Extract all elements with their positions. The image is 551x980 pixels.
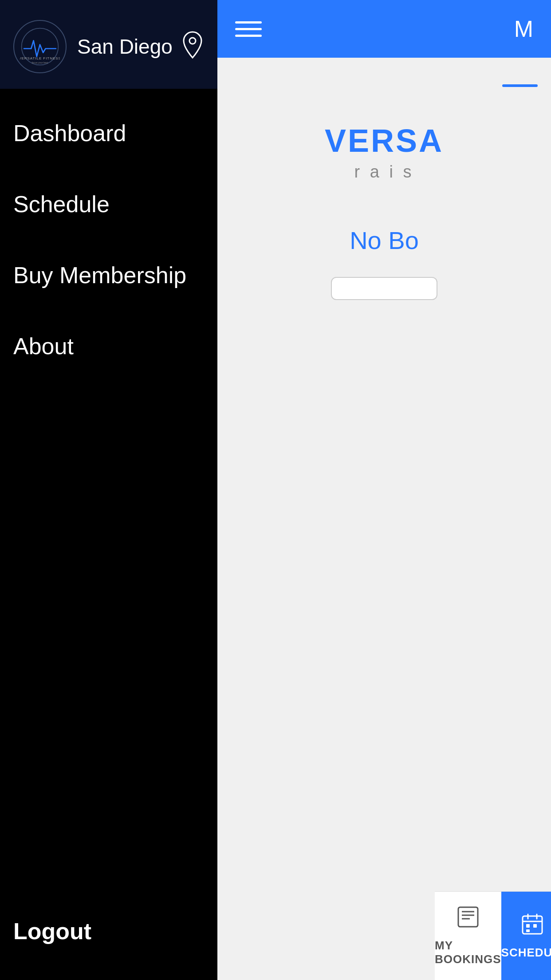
svg-rect-14: [533, 924, 537, 928]
hamburger-line-3: [235, 35, 262, 37]
tab-bar: MY BOOKINGS SCHEDU...: [435, 891, 551, 980]
action-button[interactable]: [331, 277, 437, 300]
hamburger-menu-icon[interactable]: [235, 21, 262, 37]
app-logo: VERSATILE FITNESS focus your best: [13, 20, 67, 73]
svg-rect-9: [523, 916, 542, 934]
schedule-icon: [521, 913, 544, 941]
svg-rect-15: [526, 929, 530, 932]
logout-button[interactable]: Logout: [13, 918, 91, 944]
svg-rect-4: [458, 907, 478, 927]
brand-name: VERSA: [325, 122, 444, 159]
svg-rect-13: [526, 924, 530, 928]
nav-item-about[interactable]: About: [0, 311, 217, 382]
bookings-icon: [457, 905, 480, 934]
hamburger-line-2: [235, 28, 262, 30]
svg-point-3: [189, 38, 196, 44]
side-drawer: VERSATILE FITNESS focus your best San Di…: [0, 0, 217, 980]
drawer-footer: Logout: [0, 900, 217, 980]
blue-divider: [502, 84, 538, 87]
location-name: San Diego: [77, 35, 174, 59]
drawer-header: VERSATILE FITNESS focus your best San Di…: [0, 0, 217, 89]
main-content: VERSA r a i s No Bo: [217, 58, 551, 327]
location-row: San Diego: [77, 31, 204, 62]
svg-rect-8: [459, 908, 477, 926]
hamburger-line-1: [235, 21, 262, 24]
nav-item-buy-membership[interactable]: Buy Membership: [0, 240, 217, 311]
topbar-right-label: M: [514, 16, 533, 42]
tab-schedule[interactable]: SCHEDU...: [501, 892, 551, 980]
svg-text:focus your best: focus your best: [32, 61, 48, 64]
nav-item-schedule[interactable]: Schedule: [0, 169, 217, 240]
svg-text:VERSATILE FITNESS: VERSATILE FITNESS: [20, 56, 60, 60]
tab-my-bookings[interactable]: MY BOOKINGS: [435, 892, 501, 980]
tab-schedule-label: SCHEDU...: [501, 946, 551, 960]
nav-menu: Dashboard Schedule Buy Membership About: [0, 89, 217, 900]
tab-my-bookings-label: MY BOOKINGS: [435, 939, 501, 966]
main-content-area: VERSA r a i s No Bo: [217, 58, 551, 891]
nav-item-dashboard[interactable]: Dashboard: [0, 98, 217, 169]
main-panel: M VERSA r a i s No Bo: [217, 0, 551, 980]
no-bookings-text: No Bo: [350, 226, 419, 255]
brand-tagline: r a i s: [325, 162, 444, 182]
location-pin-icon[interactable]: [181, 31, 204, 62]
top-bar: M: [217, 0, 551, 58]
brand-section: VERSA r a i s: [325, 122, 444, 182]
